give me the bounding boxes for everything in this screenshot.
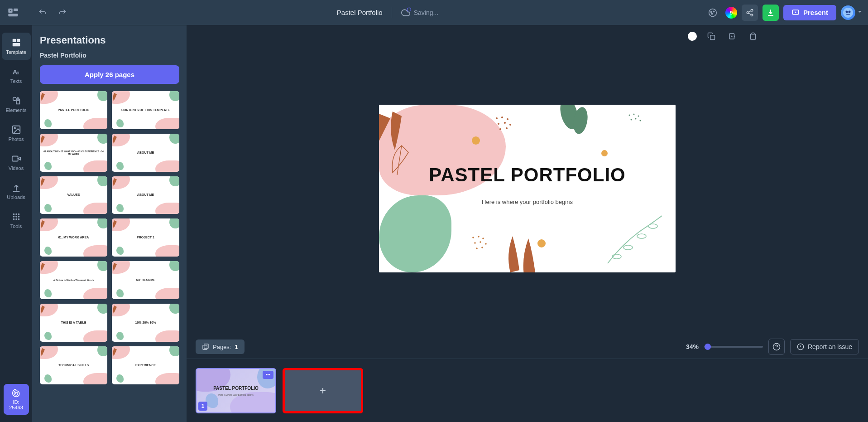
sidebar-item-videos[interactable]: Videos [2,149,31,176]
palette-button[interactable] [705,5,721,21]
apply-pages-button[interactable]: Apply 26 pages [40,65,179,84]
svg-point-36 [13,218,14,220]
filmstrip-slide-menu-button[interactable]: ••• [263,371,273,379]
template-thumbnail[interactable]: PASTEL PORTFOLIO [40,91,107,129]
svg-line-12 [748,10,751,12]
panel-title: Presentations [40,34,179,46]
svg-point-35 [18,216,19,218]
topbar-center: Pastel Portfolio Saving... [74,7,701,18]
template-thumbnail[interactable]: EXPERIENCE [112,346,179,384]
app-logo[interactable] [5,5,22,21]
upload-icon [11,183,21,193]
svg-point-48 [648,224,657,228]
duplicate-slide-button[interactable] [726,30,739,43]
sidebar-item-photos[interactable]: Photos [2,120,31,147]
copy-slide-button[interactable] [705,30,718,43]
redo-button[interactable] [54,5,71,21]
template-thumbnail[interactable]: THIS IS A TABLE [40,304,107,342]
zoom-slider[interactable] [704,346,763,348]
share-button[interactable] [742,5,758,21]
decor-dots [626,112,648,130]
play-icon [791,9,800,17]
warning-icon [797,343,804,350]
template-thumbnail[interactable]: ABOUT ME [112,176,179,214]
svg-point-8 [751,9,753,11]
grid-icon [11,212,21,222]
slide-toolbar [187,25,868,47]
template-thumbnail[interactable]: VALUES [40,176,107,214]
svg-point-32 [18,213,19,215]
pages-icon [202,343,209,350]
zoom-percentage[interactable]: 34% [686,343,699,350]
slide-title-text[interactable]: PASTEL PORTFOLIO [429,164,625,186]
template-thumbnail[interactable]: A Picture Is Worth a Thousand Words [40,261,107,299]
svg-point-70 [640,120,641,121]
saving-label: Saving... [414,9,438,16]
sidebar-item-tools[interactable]: Tools [2,207,31,234]
background-color-swatch[interactable] [688,32,697,41]
template-thumbnail[interactable]: 01. MY WORK AREA [40,218,107,257]
template-thumbnail[interactable]: MY RESUME [112,261,179,299]
svg-point-15 [843,8,853,18]
svg-point-68 [631,119,632,120]
download-button[interactable] [762,5,779,21]
id-badge[interactable]: ID: 25463 [4,384,29,415]
decor-blob [379,195,451,272]
document-title[interactable]: Pastel Portfolio [337,9,383,16]
template-icon [11,38,21,48]
sidebar-item-template[interactable]: Template [2,33,31,60]
present-button[interactable]: Present [783,5,836,20]
template-thumbnail[interactable]: CONTENTS OF THIS TEMPLATE [112,91,179,129]
template-thumbnail-grid: PASTEL PORTFOLIOCONTENTS OF THIS TEMPLAT… [40,91,179,384]
slide-canvas[interactable]: PASTEL PORTFOLIO Here is where your port… [379,105,676,272]
svg-rect-18 [12,39,15,42]
slide-subtitle-text[interactable]: Here is where your portfolio begins [482,199,573,205]
svg-point-31 [15,213,17,215]
filmstrip-slide-subtitle: Here is where your portfolio begins [218,393,253,396]
help-button[interactable] [768,339,785,355]
color-badge[interactable]: 9 [725,7,737,19]
filmstrip-slide-title: PASTEL PORTFOLIO [213,385,259,390]
canvas-footer: Pages: 1 34% Report an issue [187,335,868,359]
template-thumbnail[interactable]: TECHNICAL SKILLS [40,346,107,384]
canvas-area: PASTEL PORTFOLIO Here is where your port… [187,25,868,422]
shapes-icon [11,96,21,106]
add-slide-button[interactable] [283,368,363,413]
thumbnail-title: VALUES [67,193,80,197]
template-thumbnail[interactable]: 10% 20% 30% [112,304,179,342]
decor-circle [472,136,480,145]
decor-branch [603,213,667,268]
svg-point-27 [14,127,15,129]
user-avatar[interactable] [841,5,855,20]
thumbnail-title: EXPERIENCE [135,364,156,367]
canvas-viewport[interactable]: PASTEL PORTFOLIO Here is where your port… [187,47,868,335]
svg-rect-39 [710,35,715,40]
svg-point-62 [485,243,487,245]
svg-point-52 [498,123,499,125]
sidebar-item-uploads[interactable]: Uploads [2,178,31,205]
sidebar-item-texts[interactable]: Aa Texts [2,62,31,89]
filmstrip-slide-number: 1 [198,402,207,411]
tool-sidebar: Template Aa Texts Elements Photos Videos… [0,25,33,422]
svg-point-4 [709,9,717,16]
svg-point-34 [15,216,17,218]
template-thumbnail[interactable]: PROJECT 1 [112,218,179,257]
zoom-slider-thumb[interactable] [705,344,711,350]
help-icon [772,343,781,351]
filmstrip-slide[interactable]: PASTEL PORTFOLIO Here is where your port… [196,368,276,413]
svg-point-38 [18,218,19,220]
template-thumbnail[interactable]: 01 ABOUT ME · 02 WHAT I DO · 03 MY EXPER… [40,134,107,172]
sidebar-item-elements[interactable]: Elements [2,91,31,118]
svg-point-17 [849,10,851,13]
undo-button[interactable] [34,5,51,21]
delete-slide-button[interactable] [747,30,759,43]
svg-point-67 [638,115,639,116]
report-issue-button[interactable]: Report an issue [790,339,859,354]
pages-indicator[interactable]: Pages: 1 [196,340,245,354]
thumbnail-title: 01. MY WORK AREA [58,236,89,239]
svg-point-61 [480,241,481,243]
decor-outline-leaf [384,141,420,182]
svg-rect-20 [12,43,20,46]
template-thumbnail[interactable]: ABOUT ME [112,134,179,172]
svg-point-60 [474,242,476,244]
